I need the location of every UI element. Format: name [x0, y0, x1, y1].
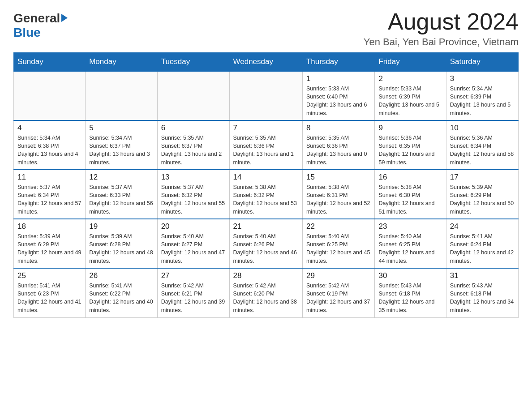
calendar-cell-w2-d7: 10Sunrise: 5:36 AMSunset: 6:34 PMDayligh…: [446, 120, 518, 170]
calendar-cell-w5-d2: 26Sunrise: 5:41 AMSunset: 6:22 PMDayligh…: [86, 268, 157, 317]
calendar-cell-w5-d7: 31Sunrise: 5:43 AMSunset: 6:18 PMDayligh…: [446, 268, 518, 317]
calendar-cell-w3-d2: 12Sunrise: 5:37 AMSunset: 6:33 PMDayligh…: [86, 170, 157, 219]
day-number: 24: [450, 222, 515, 231]
day-info: Sunrise: 5:36 AMSunset: 6:35 PMDaylight:…: [378, 134, 442, 167]
calendar-cell-w2-d3: 6Sunrise: 5:35 AMSunset: 6:37 PMDaylight…: [157, 120, 229, 170]
calendar-cell-w3-d7: 17Sunrise: 5:39 AMSunset: 6:29 PMDayligh…: [446, 170, 518, 219]
day-info: Sunrise: 5:41 AMSunset: 6:24 PMDaylight:…: [450, 232, 515, 265]
day-info: Sunrise: 5:34 AMSunset: 6:38 PMDaylight:…: [17, 134, 82, 167]
day-number: 18: [17, 222, 82, 231]
col-header-monday: Monday: [86, 53, 157, 72]
week-row-2: 4Sunrise: 5:34 AMSunset: 6:38 PMDaylight…: [14, 120, 519, 170]
col-header-sunday: Sunday: [14, 53, 86, 72]
day-number: 3: [450, 74, 515, 83]
col-header-saturday: Saturday: [446, 53, 518, 72]
title-section: August 2024 Yen Bai, Yen Bai Province, V…: [364, 9, 519, 48]
day-number: 23: [378, 222, 442, 231]
day-info: Sunrise: 5:39 AMSunset: 6:29 PMDaylight:…: [17, 232, 82, 265]
day-info: Sunrise: 5:35 AMSunset: 6:36 PMDaylight:…: [306, 134, 371, 167]
day-number: 15: [306, 173, 371, 182]
day-number: 13: [161, 173, 226, 182]
day-info: Sunrise: 5:38 AMSunset: 6:30 PMDaylight:…: [378, 183, 442, 216]
day-info: Sunrise: 5:43 AMSunset: 6:18 PMDaylight:…: [378, 282, 442, 314]
calendar-cell-w1-d3: [157, 71, 229, 120]
calendar-cell-w1-d1: [14, 71, 86, 120]
day-info: Sunrise: 5:37 AMSunset: 6:34 PMDaylight:…: [17, 183, 82, 216]
day-info: Sunrise: 5:33 AMSunset: 6:39 PMDaylight:…: [378, 85, 442, 117]
day-info: Sunrise: 5:36 AMSunset: 6:34 PMDaylight:…: [450, 134, 515, 167]
calendar-cell-w3-d5: 15Sunrise: 5:38 AMSunset: 6:31 PMDayligh…: [302, 170, 375, 219]
day-info: Sunrise: 5:38 AMSunset: 6:31 PMDaylight:…: [306, 183, 371, 216]
calendar-header-row: Sunday Monday Tuesday Wednesday Thursday…: [14, 53, 519, 72]
calendar-cell-w1-d4: [229, 71, 302, 120]
calendar-cell-w3-d6: 16Sunrise: 5:38 AMSunset: 6:30 PMDayligh…: [375, 170, 446, 219]
day-info: Sunrise: 5:40 AMSunset: 6:25 PMDaylight:…: [378, 232, 442, 265]
calendar-cell-w1-d2: [86, 71, 157, 120]
day-info: Sunrise: 5:40 AMSunset: 6:27 PMDaylight:…: [161, 232, 226, 265]
day-info: Sunrise: 5:34 AMSunset: 6:39 PMDaylight:…: [450, 85, 515, 117]
col-header-thursday: Thursday: [302, 53, 375, 72]
day-number: 4: [17, 124, 82, 133]
day-number: 9: [378, 124, 442, 133]
col-header-tuesday: Tuesday: [157, 53, 229, 72]
calendar-cell-w4-d3: 20Sunrise: 5:40 AMSunset: 6:27 PMDayligh…: [157, 219, 229, 268]
logo-general-text: General: [13, 11, 60, 26]
week-row-3: 11Sunrise: 5:37 AMSunset: 6:34 PMDayligh…: [14, 170, 519, 219]
calendar-cell-w5-d4: 28Sunrise: 5:42 AMSunset: 6:20 PMDayligh…: [229, 268, 302, 317]
day-number: 27: [161, 271, 226, 280]
calendar-cell-w1-d5: 1Sunrise: 5:33 AMSunset: 6:40 PMDaylight…: [302, 71, 375, 120]
day-info: Sunrise: 5:39 AMSunset: 6:28 PMDaylight:…: [89, 232, 153, 265]
calendar-cell-w4-d1: 18Sunrise: 5:39 AMSunset: 6:29 PMDayligh…: [14, 219, 86, 268]
day-number: 20: [161, 222, 226, 231]
day-number: 17: [450, 173, 515, 182]
subtitle: Yen Bai, Yen Bai Province, Vietnam: [364, 36, 519, 48]
week-row-4: 18Sunrise: 5:39 AMSunset: 6:29 PMDayligh…: [14, 219, 519, 268]
calendar-cell-w2-d1: 4Sunrise: 5:34 AMSunset: 6:38 PMDaylight…: [14, 120, 86, 170]
day-number: 2: [378, 74, 442, 83]
day-number: 29: [306, 271, 371, 280]
calendar-cell-w4-d4: 21Sunrise: 5:40 AMSunset: 6:26 PMDayligh…: [229, 219, 302, 268]
calendar-cell-w3-d1: 11Sunrise: 5:37 AMSunset: 6:34 PMDayligh…: [14, 170, 86, 219]
day-info: Sunrise: 5:42 AMSunset: 6:19 PMDaylight:…: [306, 282, 371, 314]
day-info: Sunrise: 5:40 AMSunset: 6:25 PMDaylight:…: [306, 232, 371, 265]
day-number: 8: [306, 124, 371, 133]
calendar-cell-w3-d3: 13Sunrise: 5:37 AMSunset: 6:32 PMDayligh…: [157, 170, 229, 219]
calendar-cell-w4-d6: 23Sunrise: 5:40 AMSunset: 6:25 PMDayligh…: [375, 219, 446, 268]
main-title: August 2024: [364, 9, 519, 34]
page-header: General Blue August 2024 Yen Bai, Yen Ba…: [13, 9, 519, 48]
day-info: Sunrise: 5:37 AMSunset: 6:32 PMDaylight:…: [161, 183, 226, 216]
day-number: 28: [233, 271, 299, 280]
day-info: Sunrise: 5:37 AMSunset: 6:33 PMDaylight:…: [89, 183, 153, 216]
calendar-cell-w4-d5: 22Sunrise: 5:40 AMSunset: 6:25 PMDayligh…: [302, 219, 375, 268]
logo: General Blue: [13, 11, 68, 40]
day-number: 30: [378, 271, 442, 280]
day-info: Sunrise: 5:33 AMSunset: 6:40 PMDaylight:…: [306, 85, 371, 117]
calendar-cell-w5-d3: 27Sunrise: 5:42 AMSunset: 6:21 PMDayligh…: [157, 268, 229, 317]
calendar-cell-w2-d4: 7Sunrise: 5:35 AMSunset: 6:36 PMDaylight…: [229, 120, 302, 170]
day-number: 22: [306, 222, 371, 231]
calendar-cell-w3-d4: 14Sunrise: 5:38 AMSunset: 6:32 PMDayligh…: [229, 170, 302, 219]
day-number: 5: [89, 124, 153, 133]
calendar-cell-w2-d5: 8Sunrise: 5:35 AMSunset: 6:36 PMDaylight…: [302, 120, 375, 170]
calendar-cell-w5-d1: 25Sunrise: 5:41 AMSunset: 6:23 PMDayligh…: [14, 268, 86, 317]
day-number: 25: [17, 271, 82, 280]
calendar-cell-w1-d6: 2Sunrise: 5:33 AMSunset: 6:39 PMDaylight…: [375, 71, 446, 120]
day-number: 6: [161, 124, 226, 133]
day-number: 11: [17, 173, 82, 182]
day-info: Sunrise: 5:35 AMSunset: 6:37 PMDaylight:…: [161, 134, 226, 167]
day-info: Sunrise: 5:41 AMSunset: 6:22 PMDaylight:…: [89, 282, 153, 314]
day-info: Sunrise: 5:34 AMSunset: 6:37 PMDaylight:…: [89, 134, 153, 167]
day-number: 12: [89, 173, 153, 182]
week-row-5: 25Sunrise: 5:41 AMSunset: 6:23 PMDayligh…: [14, 268, 519, 317]
day-info: Sunrise: 5:38 AMSunset: 6:32 PMDaylight:…: [233, 183, 299, 216]
calendar-cell-w5-d6: 30Sunrise: 5:43 AMSunset: 6:18 PMDayligh…: [375, 268, 446, 317]
day-info: Sunrise: 5:35 AMSunset: 6:36 PMDaylight:…: [233, 134, 299, 167]
day-number: 1: [306, 74, 371, 83]
calendar-cell-w2-d6: 9Sunrise: 5:36 AMSunset: 6:35 PMDaylight…: [375, 120, 446, 170]
day-number: 7: [233, 124, 299, 133]
day-number: 19: [89, 222, 153, 231]
day-number: 10: [450, 124, 515, 133]
day-number: 21: [233, 222, 299, 231]
calendar-cell-w4-d7: 24Sunrise: 5:41 AMSunset: 6:24 PMDayligh…: [446, 219, 518, 268]
day-info: Sunrise: 5:42 AMSunset: 6:20 PMDaylight:…: [233, 282, 299, 314]
